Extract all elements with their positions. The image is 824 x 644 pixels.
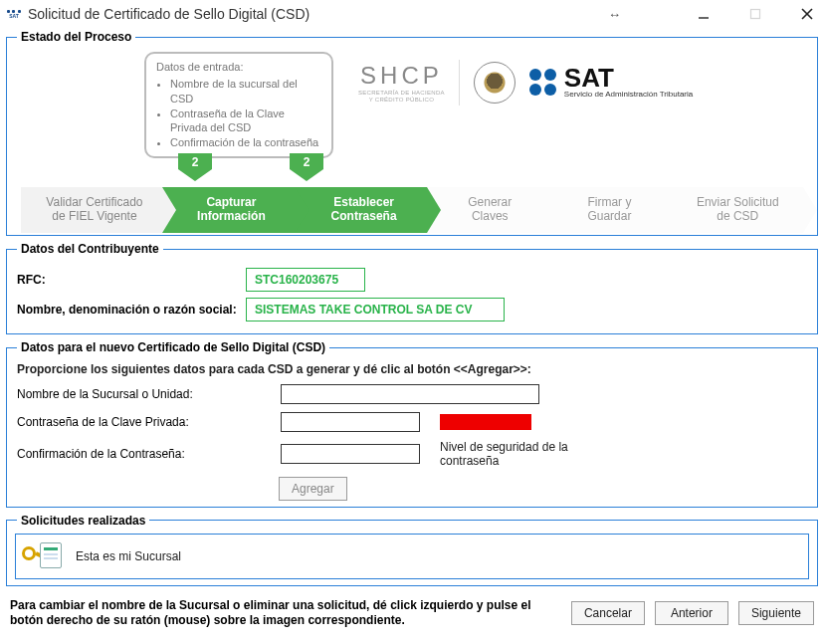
step-generate-keys: Generar Claves [427,187,546,233]
callout-item: Confirmación de la contraseña [170,135,321,150]
taxpayer-legend: Datos del Contribuyente [17,242,163,256]
step-send-request: Enviar Solicitud de CSD [666,187,803,233]
next-button[interactable]: Siguiente [738,601,814,625]
step-capture-info: Capturar Información [162,187,295,233]
process-legend: Estado del Proceso [17,30,135,44]
request-item-label[interactable]: Esta es mi Sucursal [76,549,181,563]
logo-divider [459,60,460,106]
footer-bar: Para cambiar el nombre de la Sucursal o … [0,592,824,639]
wizard-steps: Validar Certificado de FIEL Vigente Capt… [21,187,803,233]
password-strength-caption: Nivel de seguridad de la contraseña [440,440,599,469]
csd-data-group: Datos para el nuevo Certificado de Sello… [6,340,818,508]
mexico-seal-icon [474,62,515,104]
callout-title: Datos de entrada: [156,60,321,75]
process-state-group: Estado del Proceso Datos de entrada: Nom… [6,30,818,236]
step-badge-icon: 2 [178,153,212,181]
requests-group: Solicitudes realizadas Esta es mi Sucurs… [6,514,818,586]
sat-logo: SAT Servicio de Administración Tributari… [529,67,693,99]
step-sign-save: Firmar y Guardar [546,187,666,233]
private-key-password-label: Contraseña de la Clave Privada: [17,415,281,429]
taxpayer-data-group: Datos del Contribuyente RFC: STC16020367… [6,242,818,334]
app-icon: SAT [6,6,22,22]
add-button[interactable]: Agregar [279,477,347,501]
step-validate-fiel: Validar Certificado de FIEL Vigente [21,187,162,233]
certificate-key-icon[interactable] [22,540,62,572]
input-data-callout: Datos de entrada: Nombre de la sucursal … [144,52,333,158]
confirm-password-label: Confirmación de la Contraseña: [17,447,281,461]
step-set-password: Establecer Contraseña [295,187,427,233]
cancel-button[interactable]: Cancelar [571,601,645,625]
requests-list: Esta es mi Sucursal [15,534,809,579]
callout-item: Nombre de la sucursal del CSD [170,77,321,107]
branch-name-input[interactable] [281,384,539,404]
maximize-button [746,5,764,23]
window-title: Solicitud de Certificado de Sello Digita… [28,6,588,22]
company-name-label: Nombre, denominación o razón social: [17,303,246,317]
move-icon: ↔ [608,7,621,22]
step-badge-icon: 2 [290,153,323,181]
svg-rect-1 [751,10,760,19]
branch-name-label: Nombre de la Sucursal o Unidad: [17,387,281,401]
close-button[interactable] [798,5,816,23]
csd-instruction: Proporcione los siguientes datos para ca… [17,362,807,376]
confirm-password-input[interactable] [281,444,420,464]
rfc-label: RFC: [17,273,246,287]
password-strength-bar [440,414,531,430]
shcp-logo: SHCP SECRETARÍA DE HACIENDA Y CRÉDITO PÚ… [358,62,445,103]
private-key-password-input[interactable] [281,412,420,432]
callout-item: Contraseña de la Clave Privada del CSD [170,107,321,136]
rfc-value: STC160203675 [246,268,365,292]
window-titlebar: SAT Solicitud de Certificado de Sello Di… [0,0,824,28]
minimize-button[interactable] [695,5,713,23]
footer-hint: Para cambiar el nombre de la Sucursal o … [10,598,561,629]
previous-button[interactable]: Anterior [655,601,728,625]
requests-legend: Solicitudes realizadas [17,514,149,528]
csd-legend: Datos para el nuevo Certificado de Sello… [17,340,329,354]
company-name-value: SISTEMAS TAKE CONTROL SA DE CV [246,298,505,322]
